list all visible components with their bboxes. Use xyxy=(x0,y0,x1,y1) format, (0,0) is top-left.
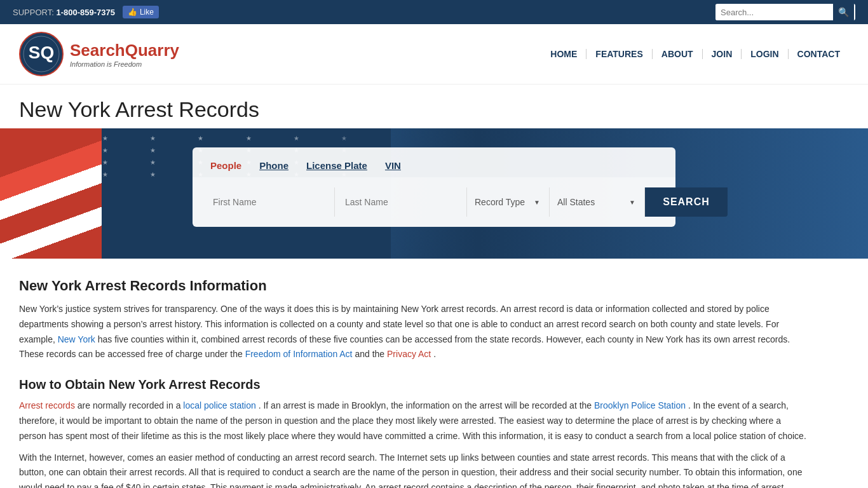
privacy-act-link[interactable]: Privacy Act xyxy=(387,349,431,359)
svg-text:SQ: SQ xyxy=(29,43,54,62)
nav-about[interactable]: ABOUT xyxy=(653,49,703,59)
logo-name: SearchQuarry xyxy=(70,41,179,60)
nav-join[interactable]: JOIN xyxy=(703,49,742,59)
section1-title: New York Arrest Records Information xyxy=(19,278,807,294)
section2-paragraph1: Arrest records are normally recorded in … xyxy=(19,398,807,444)
facebook-like-button[interactable]: 👍 Like xyxy=(123,6,159,18)
nav-features[interactable]: FEATURES xyxy=(587,49,652,59)
top-bar: SUPPORT: 1-800-859-7375 👍 Like 🔍 xyxy=(0,0,868,24)
state-select[interactable]: All States New York California Texas Flo… xyxy=(557,197,637,207)
first-name-input[interactable] xyxy=(203,187,335,217)
logo-tagline: Information is Freedom xyxy=(70,60,179,68)
thumbs-up-icon: 👍 xyxy=(128,8,137,17)
section1-paragraph1: New York’s justice system strives for tr… xyxy=(19,302,807,362)
top-search-input[interactable] xyxy=(715,4,833,20)
nav-home[interactable]: HOME xyxy=(541,49,587,59)
logo: SQ SearchQuarry Information is Freedom xyxy=(19,32,179,76)
page-title: New York Arrest Records xyxy=(19,97,849,122)
hero-banner: ★★★★★★★★ ★★★★★★★★ ★★★★★★★★ ★★★★★★★★ Peop… xyxy=(0,128,868,259)
all-states-dropdown[interactable]: All States New York California Texas Flo… xyxy=(550,187,645,217)
nav-login[interactable]: LOGIN xyxy=(742,49,788,59)
search-widget: People Phone License Plate VIN Record Ty… xyxy=(193,147,675,227)
foia-link[interactable]: Freedom of Information Act xyxy=(245,349,353,359)
search-form: Record Type Arrest Records Criminal Reco… xyxy=(193,177,675,227)
header: SQ SearchQuarry Information is Freedom H… xyxy=(0,24,868,85)
record-type-select[interactable]: Record Type Arrest Records Criminal Reco… xyxy=(475,197,541,207)
search-icon: 🔍 xyxy=(838,7,849,17)
top-search-bar[interactable]: 🔍 xyxy=(715,4,855,20)
tab-vin[interactable]: VIN xyxy=(383,155,403,177)
logo-icon: SQ xyxy=(19,32,64,76)
top-bar-left: SUPPORT: 1-800-859-7375 👍 Like xyxy=(13,6,159,18)
tab-phone[interactable]: Phone xyxy=(257,155,291,177)
main-nav: HOME FEATURES ABOUT JOIN LOGIN CONTACT xyxy=(541,49,849,59)
record-type-dropdown[interactable]: Record Type Arrest Records Criminal Reco… xyxy=(467,187,550,217)
logo-text: SearchQuarry Information is Freedom xyxy=(70,41,179,68)
arrest-records-link[interactable]: Arrest records xyxy=(19,400,75,410)
tab-license-plate[interactable]: License Plate xyxy=(304,155,370,177)
page-title-section: New York Arrest Records xyxy=(0,85,868,128)
brooklyn-police-station-link[interactable]: Brooklyn Police Station xyxy=(594,400,686,410)
content-section: New York Arrest Records Information New … xyxy=(0,259,826,488)
new-york-link[interactable]: New York xyxy=(58,334,95,344)
tab-people[interactable]: People xyxy=(208,155,244,177)
search-tabs: People Phone License Plate VIN xyxy=(193,147,675,177)
nav-contact[interactable]: CONTACT xyxy=(789,49,849,59)
section2-paragraph2: With the Internet, however, comes an eas… xyxy=(19,451,807,488)
local-police-station-link[interactable]: local police station xyxy=(183,400,255,410)
last-name-input[interactable] xyxy=(335,187,467,217)
support-label: SUPPORT: 1-800-859-7375 xyxy=(13,8,115,17)
section2-title: How to Obtain New York Arrest Records xyxy=(19,377,807,392)
top-search-button[interactable]: 🔍 xyxy=(833,4,854,20)
search-button[interactable]: SEARCH xyxy=(645,187,728,217)
